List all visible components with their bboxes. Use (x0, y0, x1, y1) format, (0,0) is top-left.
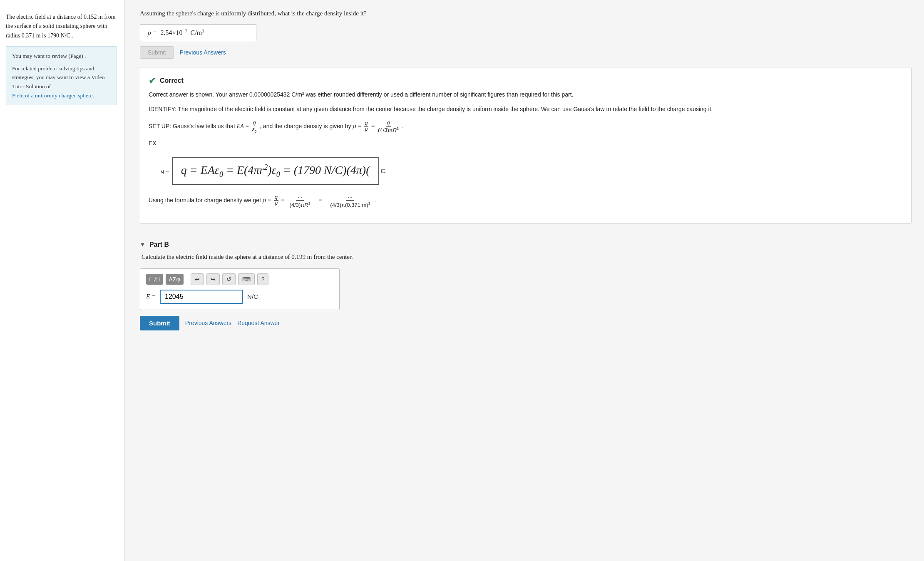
part-a-submit-button[interactable]: Submit (140, 46, 174, 59)
refresh-button[interactable]: ↺ (222, 273, 236, 285)
tutor-text: For related problem-solving tips and str… (12, 64, 111, 100)
answer-value: 2.54×10−7 C/m3 (160, 29, 204, 37)
math-display-box: q = EAε0 = E(4πr2)ε0 = (1790 N/C)(4π)( (172, 157, 379, 185)
part-b-question: Calculate the electric field inside the … (140, 252, 912, 262)
problem-text-1: The electric field at a distance of 0.15… (6, 14, 116, 39)
toolbar-divider (187, 273, 187, 285)
correct-text-2: IDENTIFY: The magnitude of the electric … (149, 104, 901, 114)
execute-label: EX (149, 139, 901, 148)
review-text: You may want to review (Page) . (12, 52, 111, 61)
correct-text-3: SET UP: Gauss's law tells us that EA = q… (149, 119, 901, 134)
keyboard-button[interactable]: ⌨ (238, 273, 255, 285)
fraction-q-eps0: q ε0 (251, 119, 257, 134)
part-b-previous-answers-link[interactable]: Previous Answers (185, 320, 231, 326)
fraction-q-vol: q (4/3)πR3 (377, 119, 400, 134)
part-b-header[interactable]: ▼ Part B (140, 235, 912, 252)
sidebar-review-box: You may want to review (Page) . For rela… (6, 46, 117, 105)
tutor-link[interactable]: Field of a uniformly charged sphere (12, 92, 93, 99)
correct-header: ✔ Correct (149, 76, 901, 86)
correct-title: Correct (160, 77, 184, 84)
input-label: E = (146, 293, 156, 300)
math-entry-row: E = N/C (146, 290, 333, 304)
using-formula-text: Using the formula for charge density we … (149, 191, 901, 210)
part-b-title: Part B (149, 241, 169, 248)
electric-field-input[interactable] (160, 290, 243, 304)
fraction-q-v: q V (363, 120, 369, 133)
correct-block: ✔ Correct Correct answer is shown. Your … (140, 67, 912, 223)
part-b-block: ▼ Part B Calculate the electric field in… (140, 235, 912, 347)
formula-editor-button[interactable]: □√□ (146, 274, 163, 285)
unit-label: N/C (247, 293, 258, 300)
problem-statement: The electric field at a distance of 0.15… (6, 12, 117, 40)
symbol-button[interactable]: ΑΣφ (166, 274, 184, 285)
undo-button[interactable]: ↩ (191, 273, 204, 285)
answer-display-box: ρ = 2.54×10−7 C/m3 (140, 24, 256, 41)
chevron-down-icon: ▼ (140, 241, 145, 248)
answer-label: ρ = (148, 29, 157, 37)
part-b-submit-button[interactable]: Submit (140, 316, 179, 330)
math-toolbar: □√□ ΑΣφ ↩ ↪ ↺ ⌨ ? (146, 273, 333, 285)
redo-button[interactable]: ↪ (206, 273, 220, 285)
main-content: Assuming the sphere's charge is uniforml… (125, 0, 924, 561)
checkmark-icon: ✔ (149, 76, 156, 86)
help-button[interactable]: ? (257, 273, 269, 285)
sidebar: The electric field at a distance of 0.15… (0, 0, 125, 561)
request-answer-link[interactable]: Request Answer (237, 320, 280, 326)
part-b-submit-row: Submit Previous Answers Request Answer (140, 316, 912, 330)
part-a-previous-answers-link[interactable]: Previous Answers (180, 49, 226, 56)
part-a-submit-row: Submit Previous Answers (140, 46, 912, 59)
correct-text-1: Correct answer is shown. Your answer 0.0… (149, 90, 901, 99)
part-a-question: Assuming the sphere's charge is uniforml… (140, 8, 912, 18)
fraction-charge-v2: q V (273, 194, 279, 207)
math-input-container: □√□ ΑΣφ ↩ ↪ ↺ ⌨ ? E = N/C (140, 268, 340, 310)
